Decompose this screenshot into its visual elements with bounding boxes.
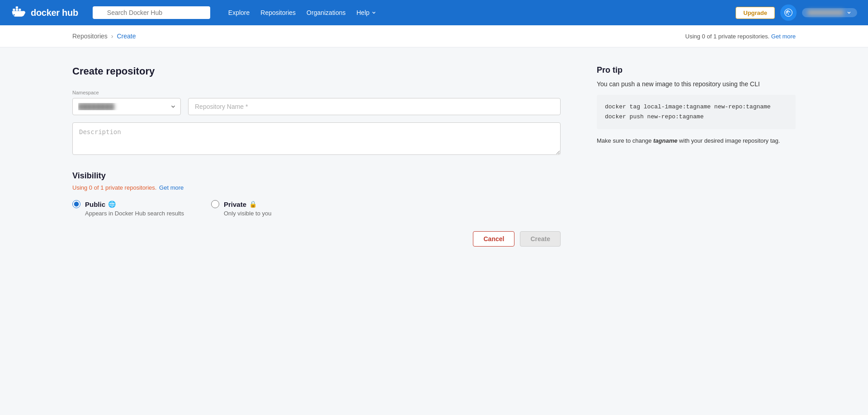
nav-organizations[interactable]: Organizations: [307, 9, 345, 16]
breadcrumb: Repositories › Create: [72, 33, 136, 40]
pro-tip-note: Make sure to change tagname with your de…: [597, 136, 796, 145]
nav-repositories[interactable]: Repositories: [260, 9, 296, 16]
create-button[interactable]: Create: [520, 231, 561, 247]
svg-rect-5: [16, 6, 18, 8]
visibility-title: Visibility: [72, 171, 561, 181]
namespace-label: Namespace: [72, 90, 181, 95]
svg-rect-3: [13, 9, 15, 10]
private-desc: Only visible to you: [224, 210, 272, 217]
private-label: Private 🔒: [224, 201, 257, 208]
search-input[interactable]: [93, 6, 210, 19]
description-input[interactable]: [72, 122, 561, 155]
code-block: docker tag local-image:tagname new-repo:…: [597, 95, 796, 129]
breadcrumb-separator: ›: [111, 33, 113, 40]
private-repos-info: Using 0 of 1 private repositories. Get m…: [685, 33, 796, 40]
public-label: Public 🌐: [85, 201, 116, 208]
public-desc: Appears in Docker Hub search results: [85, 210, 184, 217]
form-section: Create repository Namespace ████████ Vis…: [72, 65, 561, 247]
pro-tip-title: Pro tip: [597, 65, 796, 75]
pro-tip-section: Pro tip You can push a new image to this…: [597, 65, 796, 145]
code-line-1: docker tag local-image:tagname new-repo:…: [605, 102, 788, 112]
namespace-field-group: Namespace ████████: [72, 90, 181, 115]
svg-point-7: [14, 14, 15, 16]
nav-links: Explore Repositories Organizations Help: [228, 9, 377, 16]
svg-rect-6: [19, 9, 21, 10]
chevron-down-icon: [371, 10, 377, 15]
globe-icon: 🌐: [108, 201, 116, 208]
nav-help-label: Help: [356, 9, 369, 16]
breadcrumb-create: Create: [117, 33, 136, 40]
visibility-option-private: Private 🔒 Only visible to you: [211, 200, 272, 217]
pro-tip-note-suffix: with your desired image repository tag.: [678, 137, 780, 144]
nav-explore[interactable]: Explore: [228, 9, 250, 16]
nav-right: Upgrade: [736, 5, 857, 21]
lock-icon: 🔒: [249, 201, 257, 208]
fingerprint-icon: [780, 5, 797, 21]
form-actions: Cancel Create: [72, 231, 561, 247]
visibility-get-more-link[interactable]: Get more: [159, 184, 184, 191]
pro-tip-text: You can push a new image to this reposit…: [597, 80, 796, 88]
private-repos-text: Using 0 of 1 private repositories.: [685, 33, 769, 40]
user-chevron-icon: [846, 10, 852, 15]
visibility-option-public: Public 🌐 Appears in Docker Hub search re…: [72, 200, 184, 217]
visibility-warning-text: Using 0 of 1 private repositories.: [72, 184, 156, 191]
navbar: docker hub Explore Repositories Organiza…: [0, 0, 868, 25]
namespace-select-wrapper: ████████: [72, 98, 181, 115]
code-line-2: docker push new-repo:tagname: [605, 112, 788, 122]
visibility-options: Public 🌐 Appears in Docker Hub search re…: [72, 200, 561, 217]
public-radio[interactable]: [72, 200, 80, 208]
visibility-warning: Using 0 of 1 private repositories. Get m…: [72, 184, 561, 191]
user-name-text: [807, 10, 844, 15]
breadcrumb-repositories[interactable]: Repositories: [72, 33, 108, 40]
docker-whale-icon: [11, 6, 27, 19]
pro-tip-note-prefix: Make sure to change: [597, 137, 653, 144]
search-wrapper: [93, 6, 210, 19]
breadcrumb-bar: Repositories › Create Using 0 of 1 priva…: [0, 25, 868, 47]
public-option-row: Public 🌐: [72, 200, 184, 208]
namespace-select[interactable]: ████████: [72, 98, 181, 115]
user-name[interactable]: [802, 8, 857, 17]
pro-tip-note-keyword: tagname: [653, 137, 677, 144]
private-option-row: Private 🔒: [211, 200, 272, 208]
logo: docker hub: [11, 6, 78, 19]
logo-text: docker hub: [31, 8, 78, 18]
upgrade-button[interactable]: Upgrade: [736, 7, 775, 19]
breadcrumb-get-more-link[interactable]: Get more: [771, 33, 796, 40]
form-title: Create repository: [72, 65, 561, 77]
nav-help[interactable]: Help: [356, 9, 377, 16]
svg-rect-4: [16, 9, 18, 10]
repo-name-input[interactable]: [188, 98, 561, 115]
cancel-button[interactable]: Cancel: [473, 231, 514, 247]
private-radio[interactable]: [211, 200, 219, 208]
main-content: Create repository Namespace ████████ Vis…: [0, 47, 868, 265]
namespace-row: Namespace ████████: [72, 90, 561, 115]
